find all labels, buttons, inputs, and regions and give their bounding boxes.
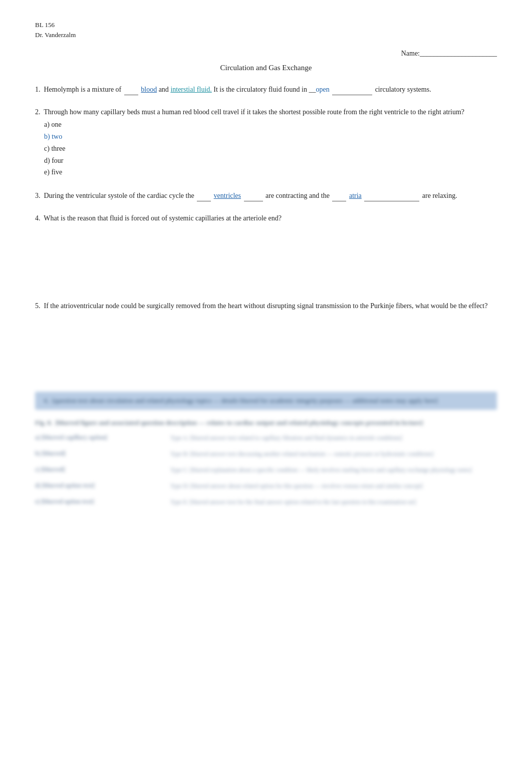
blurred-label-b: b) [blurred] [35,450,155,457]
q4-answer-space [35,224,497,289]
q2-text: 2. Through how many capillary beds must … [35,106,497,118]
question-2: 2. Through how many capillary beds must … [35,106,497,178]
blurred-label-d: d) [blurred option text] [35,482,155,489]
q1-answer2: interstial fluid. [170,86,211,93]
q2-choice-b: b) two [44,131,497,143]
q3-answer2: atria [349,192,362,199]
blurred-label-e: e) [blurred option text] [35,498,155,505]
question-4: 4. What is the reason that fluid is forc… [35,212,497,289]
q1-answer1: blood [141,86,157,93]
blurred-text-c: Type C: [blurred explanation about a spe… [170,466,497,474]
blurred-text-a: Type A: [blurred answer text related to … [170,434,497,442]
blurred-text-e: Type E: [blurred answer text for the fin… [170,498,497,506]
q2-choice-e: e) five [44,166,497,178]
blurred-banner-text: 6. [question text about circulation and … [44,397,438,404]
q1-number: 1. Hemolymph is a mixture of [35,86,139,93]
q2-choice-a: a) one [44,119,497,131]
question-3: 3. During the ventricular systole of the… [35,189,497,201]
blurred-row-a: a) [blurred capillary option] Type A: [b… [35,434,497,443]
blurred-row-d: d) [blurred option text] Type D: [blurre… [35,482,497,491]
question-1: 1. Hemolymph is a mixture of blood and i… [35,83,497,95]
instructor-label: Dr. Vanderzalm [35,30,497,40]
q2-choice-d: d) four [44,155,497,167]
name-line: Name:______________________ [35,50,497,58]
blurred-text-d: Type D: [blurred answer about related op… [170,482,497,490]
q3-answer1: ventricles [214,192,241,199]
course-label: BL 156 [35,20,497,30]
q2-choice-c: c) three [44,143,497,155]
blurred-label-c: c) [blurred] [35,466,155,473]
blurred-figure-heading: Fig. 8. [blurred figure and associated q… [35,419,497,427]
blurred-text-b: Type B: [blurred answer text discussing … [170,450,497,458]
blurred-row-e: e) [blurred option text] Type E: [blurre… [35,498,497,507]
blurred-banner: 6. [question text about circulation and … [35,392,497,410]
blurred-row-b: b) [blurred] Type B: [blurred answer tex… [35,450,497,459]
blurred-label-a: a) [blurred capillary option] [35,434,155,441]
q5-answer-space [35,312,497,377]
header-block: BL 156 Dr. Vanderzalm [35,20,497,40]
q2-choices: a) one b) two c) three d) four e) five [44,119,497,178]
q4-text: 4. What is the reason that fluid is forc… [35,212,497,224]
question-5: 5. If the atrioventricular node could be… [35,300,497,377]
blurred-row-c: c) [blurred] Type C: [blurred explanatio… [35,466,497,475]
q1-answer3: open [316,86,329,93]
page-title: Circulation and Gas Exchange [35,64,497,72]
q3-text: 3. During the ventricular systole of the… [35,192,212,199]
q5-text: 5. If the atrioventricular node could be… [35,300,497,312]
blurred-section: 6. [question text about circulation and … [35,392,497,507]
